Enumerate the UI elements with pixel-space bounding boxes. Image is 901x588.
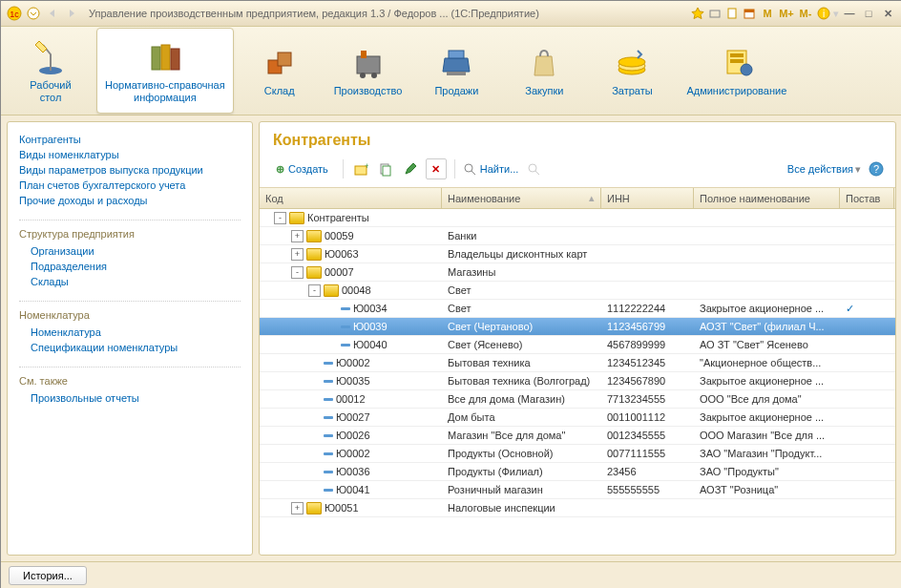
side-link-spec[interactable]: Спецификации номенклатуры — [31, 340, 241, 355]
cell-code: Ю0034 — [260, 303, 442, 314]
table-row[interactable]: Ю0040Свет (Ясенево)4567899999АО ЗТ "Свет… — [260, 336, 895, 354]
table-row[interactable]: -00048Свет — [260, 282, 895, 300]
link-icon[interactable] — [707, 6, 723, 21]
forward-icon[interactable] — [64, 6, 79, 21]
history-button[interactable]: История... — [9, 566, 87, 585]
calendar-icon[interactable] — [742, 6, 757, 21]
table-row[interactable]: Ю0002Бытовая техника1234512345"Акционерн… — [260, 354, 895, 372]
tool-warehouse[interactable]: Склад — [238, 28, 322, 114]
side-link-warehouses[interactable]: Склады — [31, 274, 241, 289]
tool-purchases[interactable]: Закупки — [502, 28, 586, 114]
sidebar: Контрагенты Виды номенклатуры Виды парам… — [7, 121, 253, 556]
table-row[interactable]: Ю0034Свет1112222244Закрытое акционерное … — [260, 300, 895, 318]
m-btn[interactable]: M — [759, 6, 776, 21]
col-sup[interactable]: Постав — [840, 188, 894, 208]
calc-icon[interactable] — [724, 6, 740, 21]
table-row[interactable]: Ю0039Свет (Чертаново)1123456799АОЗТ "Све… — [260, 318, 895, 336]
tool-admin[interactable]: Администрирование — [678, 28, 795, 114]
table-row[interactable]: -Контрагенты — [260, 209, 895, 227]
table-row[interactable]: Ю0027Дом быта0011001112Закрытое акционер… — [260, 409, 895, 427]
table-row[interactable]: Ю0026Магазин "Все для дома"0012345555ООО… — [260, 427, 895, 445]
table-row[interactable]: +00059Банки — [260, 227, 895, 245]
cell-name: Дом быта — [442, 411, 601, 423]
table-row[interactable]: -00007Магазины — [260, 263, 895, 282]
cash-register-icon — [437, 43, 475, 81]
table-row[interactable]: Ю0035Бытовая техника (Волгоград)12345678… — [260, 372, 895, 390]
side-link-other[interactable]: Прочие доходы и расходы — [19, 193, 241, 208]
cell-full: ООО Магазин "Все для ... — [694, 430, 840, 441]
all-actions-button[interactable]: Все действия ▾ — [787, 163, 861, 176]
close-btn[interactable]: ✕ — [879, 6, 896, 21]
col-code[interactable]: Код — [260, 188, 442, 208]
delete-button[interactable]: ✕ — [426, 158, 447, 179]
mplus-btn[interactable]: M+ — [778, 6, 795, 21]
cell-code: 00012 — [260, 393, 442, 405]
help-button[interactable]: ? — [867, 159, 886, 178]
cell-inn: 4567899999 — [601, 339, 694, 350]
tree-toggle[interactable]: + — [291, 248, 304, 261]
col-inn[interactable]: ИНН — [601, 188, 694, 208]
copy-button[interactable] — [376, 159, 395, 178]
table-row[interactable]: Ю0036Продукты (Филиал)23456ЗАО "Продукты… — [260, 463, 895, 481]
cell-inn: 1234512345 — [601, 357, 694, 368]
titlebar: 1c Управление производственным предприят… — [1, 1, 901, 27]
clear-find-button[interactable] — [524, 159, 543, 178]
edit-button[interactable] — [401, 159, 420, 178]
side-link-nomtypes[interactable]: Виды номенклатуры — [19, 147, 241, 162]
side-link-contragents[interactable]: Контрагенты — [19, 132, 241, 147]
cell-inn: 1123456799 — [601, 321, 694, 332]
side-link-depts[interactable]: Подразделения — [31, 259, 241, 274]
svg-rect-10 — [152, 47, 160, 70]
side-link-paramtypes[interactable]: Виды параметров выпуска продукции — [19, 162, 241, 178]
svg-line-35 — [535, 171, 539, 175]
info-icon[interactable]: i — [816, 6, 831, 21]
create-button[interactable]: ⊕ Создать — [269, 160, 335, 178]
svg-rect-4 — [728, 9, 736, 18]
mminus-btn[interactable]: M- — [797, 6, 814, 21]
svg-rect-26 — [730, 59, 744, 63]
tree-toggle[interactable]: - — [308, 284, 321, 297]
table-row[interactable]: +Ю0063Владельцы дисконтных карт — [260, 245, 895, 263]
side-link-nom[interactable]: Номенклатура — [31, 325, 241, 340]
cell-name: Продукты (Основной) — [442, 448, 601, 459]
table-row[interactable]: Ю0002Продукты (Основной)0077111555ЗАО "М… — [260, 445, 895, 463]
cell-inn: 0012345555 — [601, 430, 694, 441]
main-title: Контрагенты — [260, 122, 895, 155]
tool-desktop[interactable]: Рабочий стол — [9, 28, 93, 114]
col-full[interactable]: Полное наименование — [694, 188, 840, 208]
side-link-accplan[interactable]: План счетов бухгалтерского учета — [19, 178, 241, 193]
col-name[interactable]: Наименование▴ — [442, 188, 601, 208]
side-link-reports[interactable]: Произвольные отчеты — [31, 390, 241, 406]
table-row[interactable]: 00012Все для дома (Магазин)7713234555ООО… — [260, 390, 895, 409]
tool-production[interactable]: Производство — [325, 28, 411, 114]
folder-icon — [306, 502, 322, 514]
table-row[interactable]: Ю0041Розничный магазин555555555АОЗТ "Роз… — [260, 481, 895, 499]
svg-rect-18 — [361, 51, 367, 58]
item-icon — [324, 362, 333, 365]
main-toolbar: Рабочий стол Нормативно-справочная инфор… — [1, 27, 901, 116]
tree-toggle[interactable]: - — [291, 266, 304, 279]
cell-name: Налоговые инспекции — [442, 502, 601, 514]
data-grid[interactable]: Код Наименование▴ ИНН Полное наименовани… — [260, 187, 895, 555]
table-row[interactable]: +Ю0051Налоговые инспекции — [260, 499, 895, 517]
back-icon[interactable] — [45, 6, 60, 21]
svg-text:1c: 1c — [10, 10, 19, 19]
tool-costs[interactable]: Затраты — [590, 28, 674, 114]
tree-toggle[interactable]: + — [291, 502, 304, 514]
minimize-btn[interactable]: — — [841, 6, 858, 21]
maximize-btn[interactable]: □ — [860, 6, 877, 21]
side-link-orgs[interactable]: Организации — [31, 243, 241, 259]
dropdown-icon[interactable] — [26, 6, 41, 21]
star-icon[interactable] — [690, 6, 705, 21]
list-toolbar: ⊕ Создать + ✕ Найти... Все действия ▾ — [260, 155, 895, 187]
tree-toggle[interactable]: + — [291, 230, 304, 242]
new-folder-button[interactable]: + — [351, 159, 370, 178]
tool-sales[interactable]: Продажи — [414, 28, 498, 114]
cell-full: Закрытое акционерное ... — [694, 411, 840, 423]
tool-nsi[interactable]: Нормативно-справочная информация — [96, 28, 234, 114]
tree-toggle[interactable]: - — [274, 212, 286, 224]
svg-rect-11 — [161, 45, 170, 70]
find-button[interactable]: Найти... — [463, 162, 519, 176]
svg-rect-25 — [730, 53, 744, 57]
cell-code: Ю0041 — [260, 484, 442, 495]
